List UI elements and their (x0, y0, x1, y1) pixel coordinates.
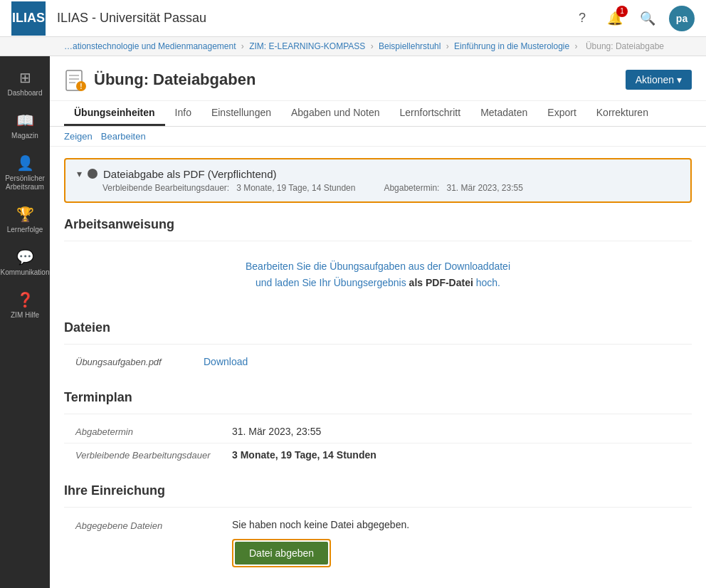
magazin-icon: 📖 (16, 112, 34, 129)
header-icons: ? 🔔 1 🔍 pa (571, 6, 695, 31)
terminplan-title: Terminplan (64, 390, 692, 405)
sidebar-label-kommunikation: Kommunikation (1, 268, 50, 277)
download-link[interactable]: Download (204, 356, 248, 367)
file-row: Übungsaufgaben.pdf Download (64, 350, 692, 373)
deadline-meta-label: Abgabetermin: (384, 183, 439, 193)
user-avatar[interactable]: pa (669, 6, 695, 31)
tabs-nav: Übungseinheiten Info Einstellungen Abgab… (50, 101, 706, 127)
submit-btn-wrapper: Datei abgeben (232, 539, 331, 567)
dateien-title: Dateien (64, 320, 692, 335)
terminplan-label-1: Verbleibende Bearbeitungsdauer (75, 450, 218, 461)
sidebar-label-lernerfolge: Lernerfolge (7, 226, 43, 234)
sidebar-item-hilfe[interactable]: ❓ ZIM Hilfe (0, 284, 50, 327)
help-button[interactable]: ? (571, 7, 594, 30)
section-terminplan: Terminplan Abgabetermin 31. Mär 2023, 23… (64, 390, 692, 466)
ilias-logo: ILIAS (11, 1, 46, 36)
exercise-item-meta: Verbleibende Bearbeitungsdauer: 3 Monate… (77, 183, 679, 193)
tab-lernfortschritt[interactable]: Lernfortschritt (390, 101, 471, 126)
arbeitsanweisung-title: Arbeitsanweisung (64, 217, 692, 232)
work-instruction: Bearbeiten Sie die Übungsaufgaben aus de… (64, 247, 692, 304)
remaining-meta-value: 3 Monate, 19 Tage, 14 Stunden (236, 183, 355, 193)
breadcrumb-link-4[interactable]: Einführung in die Musterologie (454, 41, 569, 51)
sidebar-item-arbeitsraum[interactable]: 👤 Persönlicher Arbeitsraum (0, 147, 50, 199)
section-divider-2 (64, 344, 692, 345)
breadcrumb-link-1[interactable]: …ationstechnologie und Medienmanagement (64, 41, 236, 51)
sidebar-label-arbeitsraum: Persönlicher Arbeitsraum (3, 174, 47, 191)
einreichung-title: Ihre Einreichung (64, 483, 692, 498)
exercise-item-header: ▾ Dateiabgabe als PDF (Verpflichtend) (77, 168, 679, 180)
site-title: ILIAS - Universität Passau (57, 11, 571, 26)
aktionen-button[interactable]: Aktionen ▾ (626, 70, 692, 90)
status-dot (88, 169, 98, 179)
dashboard-icon: ⊞ (19, 69, 31, 86)
terminplan-row-0: Abgabetermin 31. Mär 2023, 23:55 (64, 420, 692, 443)
arbeitsraum-icon: 👤 (16, 154, 34, 172)
main-content: ! Übung: Dateiabgaben Aktionen ▾ Übungse… (50, 56, 706, 588)
exercise-icon: ! (64, 68, 87, 92)
tab-ubungseinheiten[interactable]: Übungseinheiten (64, 101, 165, 126)
einreichung-text: Sie haben noch keine Datei abgegeben. (232, 519, 680, 530)
chevron-icon[interactable]: ▾ (77, 168, 82, 179)
tab-einstellungen[interactable]: Einstellungen (201, 101, 281, 126)
section-divider-4 (64, 507, 692, 508)
notification-button[interactable]: 🔔 1 (604, 7, 626, 30)
sub-nav-zeigen[interactable]: Zeigen (64, 131, 93, 142)
breadcrumb: …ationstechnologie und Medienmanagement … (0, 37, 706, 56)
section-arbeitsanweisung: Arbeitsanweisung Bearbeiten Sie die Übun… (64, 217, 692, 304)
section-einreichung: Ihre Einreichung Abgegebene Dateien Sie … (64, 483, 692, 573)
sidebar-label-hilfe: ZIM Hilfe (11, 311, 39, 320)
deadline-meta: Abgabetermin: 31. Mär 2023, 23:55 (384, 183, 522, 193)
sidebar-item-lernerfolge[interactable]: 🏆 Lernerfolge (0, 199, 50, 241)
sidebar-item-dashboard[interactable]: ⊞ Dashboard (0, 62, 50, 105)
remaining-meta: Verbleibende Bearbeitungsdauer: 3 Monate… (102, 183, 355, 193)
kommunikation-icon: 💬 (16, 248, 34, 266)
einreichung-row: Abgegebene Dateien Sie haben noch keine … (64, 513, 692, 573)
einreichung-content: Sie haben noch keine Datei abgegeben. Da… (232, 519, 680, 567)
exercise-item-title: Dateiabgabe als PDF (Verpflichtend) (103, 168, 276, 180)
tab-abgaben-noten[interactable]: Abgaben und Noten (281, 101, 390, 126)
section-dateien: Dateien Übungsaufgaben.pdf Download (64, 320, 692, 373)
einreichung-label: Abgegebene Dateien (75, 519, 218, 531)
submit-file-button[interactable]: Datei abgeben (235, 542, 328, 565)
sidebar-label-magazin: Magazin (11, 132, 38, 140)
section-divider-1 (64, 241, 692, 241)
breadcrumb-sep-2: › (371, 41, 374, 51)
sub-nav-bearbeiten[interactable]: Bearbeiten (101, 131, 146, 142)
breadcrumb-link-2[interactable]: ZIM: E-LEARNING-KOMPASS (249, 41, 365, 51)
sidebar-item-kommunikation[interactable]: 💬 Kommunikation (0, 241, 50, 284)
exercise-item-box: ▾ Dateiabgabe als PDF (Verpflichtend) Ve… (64, 158, 692, 203)
terminplan-row-1: Verbleibende Bearbeitungsdauer 3 Monate,… (64, 443, 692, 466)
search-button[interactable]: 🔍 (636, 7, 659, 30)
terminplan-value-1: 3 Monate, 19 Tage, 14 Stunden (232, 449, 376, 461)
tab-korrekturen[interactable]: Korrekturen (586, 101, 658, 126)
instruction-line2-post: hoch. (473, 277, 500, 288)
content-area: ▾ Dateiabgabe als PDF (Verpflichtend) Ve… (50, 147, 706, 588)
page-title: Übung: Dateiabgaben (94, 70, 255, 89)
instruction-line1: Bearbeiten Sie die Übungsaufgaben aus de… (246, 261, 510, 272)
breadcrumb-sep-1: › (241, 41, 244, 51)
tab-export[interactable]: Export (537, 101, 586, 126)
sidebar-item-magazin[interactable]: 📖 Magazin (0, 105, 50, 147)
notification-badge: 1 (616, 6, 628, 17)
help-icon: ? (579, 11, 586, 26)
tab-metadaten[interactable]: Metadaten (470, 101, 537, 126)
sidebar: ⊞ Dashboard 📖 Magazin 👤 Persönlicher Arb… (0, 56, 50, 588)
terminplan-value-0: 31. Mär 2023, 23:55 (232, 426, 321, 437)
page-header: ! Übung: Dateiabgaben Aktionen ▾ (50, 56, 706, 101)
sidebar-label-dashboard: Dashboard (8, 89, 43, 98)
top-header: ILIAS ILIAS - Universität Passau ? 🔔 1 🔍… (0, 0, 706, 37)
breadcrumb-link-3[interactable]: Beispiellehrstuhl (379, 41, 441, 51)
sub-nav: Zeigen Bearbeiten (50, 127, 706, 147)
tab-info[interactable]: Info (165, 101, 201, 126)
svg-text:!: ! (80, 83, 82, 90)
instruction-line2-bold: als PDF-Datei (409, 277, 473, 288)
page-title-group: ! Übung: Dateiabgaben (64, 68, 255, 92)
hilfe-icon: ❓ (16, 291, 34, 308)
breadcrumb-sep-3: › (446, 41, 449, 51)
lernerfolge-icon: 🏆 (16, 206, 34, 223)
terminplan-label-0: Abgabetermin (75, 426, 218, 437)
breadcrumb-current: Übung: Dateiabgabe (586, 41, 664, 51)
remaining-meta-label: Verbleibende Bearbeitungsdauer: (102, 183, 229, 193)
section-divider-3 (64, 414, 692, 414)
search-icon: 🔍 (640, 11, 655, 26)
